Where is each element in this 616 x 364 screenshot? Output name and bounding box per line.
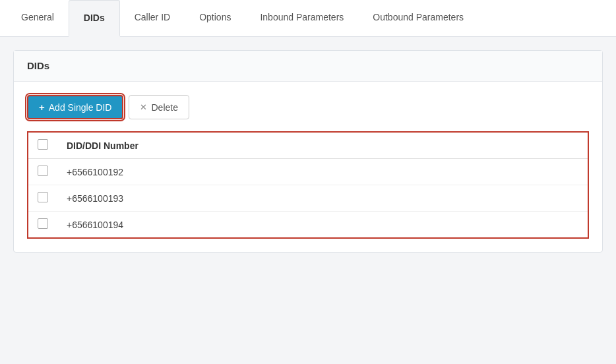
tab-general[interactable]: General (7, 0, 69, 36)
did-number-cell: +6566100192 (57, 159, 588, 185)
table-row: +6566100193 (28, 185, 588, 212)
did-ddi-column-header: DID/DDI Number (57, 132, 588, 159)
dids-card: DIDs + Add Single DID ✕ Delete (13, 50, 603, 253)
x-icon: ✕ (140, 102, 147, 112)
did-number-cell: +6566100193 (57, 185, 588, 212)
table-row: +6566100192 (28, 159, 588, 185)
row-checkbox-cell (28, 212, 57, 239)
row-checkbox[interactable] (38, 218, 48, 229)
did-table-body: +6566100192+6566100193+6566100194 (28, 159, 588, 239)
header-checkbox[interactable] (38, 139, 48, 150)
row-checkbox[interactable] (38, 192, 48, 202)
tab-outbound-parameters[interactable]: Outbound Parameters (358, 0, 478, 36)
header-checkbox-cell (28, 132, 57, 159)
card-body: + Add Single DID ✕ Delete (14, 82, 602, 252)
did-table: DID/DDI Number +6566100192+6566100193+65… (27, 131, 589, 239)
plus-icon: + (39, 102, 45, 113)
btn-toolbar: + Add Single DID ✕ Delete (27, 95, 589, 119)
tab-dids[interactable]: DIDs (69, 0, 120, 37)
row-checkbox-cell (28, 185, 57, 212)
content-area: DIDs + Add Single DID ✕ Delete (0, 37, 616, 364)
table-header-row: DID/DDI Number (28, 132, 588, 159)
table-row: +6566100194 (28, 212, 588, 239)
row-checkbox-cell (28, 159, 57, 185)
tab-options[interactable]: Options (185, 0, 245, 36)
card-header: DIDs (14, 51, 602, 82)
add-single-did-button[interactable]: + Add Single DID (27, 95, 123, 119)
page-wrapper: General DIDs Caller ID Options Inbound P… (0, 0, 616, 364)
tab-inbound-parameters[interactable]: Inbound Parameters (245, 0, 358, 36)
row-checkbox[interactable] (38, 166, 48, 176)
tab-bar: General DIDs Caller ID Options Inbound P… (0, 0, 616, 37)
card-title: DIDs (27, 60, 49, 71)
tab-caller-id[interactable]: Caller ID (120, 0, 185, 36)
add-button-label: Add Single DID (49, 102, 112, 113)
did-number-cell: +6566100194 (57, 212, 588, 239)
delete-button[interactable]: ✕ Delete (129, 95, 189, 119)
delete-button-label: Delete (151, 102, 177, 113)
